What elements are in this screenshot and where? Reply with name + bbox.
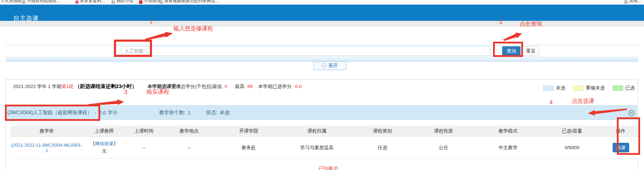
col-header: 教学班: [11, 128, 83, 134]
course-group-bar: (JWCX004)人工智能（超星网络课程） - 2.0 学分 教学班个数: 1 …: [6, 105, 638, 120]
requirement-mid: 总学分(不包括)最低: [181, 84, 222, 89]
legend-retake-label: 重修未选: [586, 85, 605, 91]
annotation-label: 点击选课: [572, 98, 594, 105]
annotation-rect-select: [617, 117, 640, 155]
col-header: 上课时间: [126, 128, 162, 134]
legend-selected-swatch: [613, 86, 623, 91]
teach-mode-cell: 中文教学: [474, 145, 542, 151]
course-nature-cell: 公任: [413, 145, 474, 151]
bookmark-item[interactable]: 观看视频最新消息列表网址…: [164, 0, 219, 4]
annotation-rect-course: [5, 105, 100, 121]
legend-selected-label: 已选: [625, 85, 635, 91]
col-header: 开课学院: [216, 128, 281, 134]
legend-retake-swatch: [573, 86, 584, 91]
bookmark-item[interactable]: 精彩小说: [116, 0, 133, 4]
col-header: 教学模式: [474, 128, 542, 134]
bookmark-favicon-icon: [159, 0, 163, 4]
bookmark-item[interactable]: 拼多多返利…: [80, 0, 105, 4]
round-text: 第1轮: [61, 84, 74, 89]
legend-unselected-swatch: [543, 86, 554, 91]
annotation-rect-query: [493, 42, 523, 57]
bookmark-favicon-icon: [75, 0, 79, 4]
end-of-list-text: 已到最后: [318, 166, 338, 170]
annotation-step-number: 2: [499, 19, 503, 25]
min-credit: 0: [225, 84, 227, 89]
teacher-name: 无: [83, 148, 126, 155]
class-place-cell: --: [162, 145, 216, 150]
course-credit-unit: 学分: [108, 110, 118, 116]
class-code-link[interactable]: (2021-2022-1)-JWCX004-WL0001-1: [11, 142, 82, 153]
expand-label: 展开: [328, 63, 338, 69]
class-count-value: 1: [188, 110, 190, 116]
course-search-input[interactable]: [121, 46, 491, 56]
legend-unselected-label: 未选: [556, 85, 565, 91]
selected-credit: 0.0: [295, 84, 302, 89]
course-selection-page: { "browser": { "bookmarks": [ {"label": …: [0, 0, 644, 170]
annotation-step-number: 1: [150, 18, 153, 25]
term-text: 2021-2022 学年 1 学期: [13, 84, 61, 89]
annotation-step-number: 3: [124, 89, 127, 95]
bookmark-favicon-icon: [111, 0, 115, 4]
chevron-down-circle-icon: [322, 63, 327, 68]
reset-button[interactable]: 重置: [523, 46, 539, 56]
col-header: 课程性质: [413, 128, 474, 134]
bookmark-favicon-icon: [22, 0, 25, 4]
bookmark-favicon-icon: [139, 0, 142, 4]
col-header: 上课教师: [83, 128, 126, 134]
col-header: 已选/容量: [542, 128, 602, 134]
col-header: 课程归属: [281, 128, 352, 134]
selected-credit-label: 本学期已选学分: [258, 84, 292, 89]
class-count-label: 教学班个数:: [159, 110, 186, 116]
teach-mode-tag: 【网络授课】: [83, 140, 126, 147]
bookmark-item[interactable]: 小说阅读: [144, 0, 161, 4]
table-header-row: 教学班 上课教师 上课时间 教学地点 开课学院 课程归属 课程类别 课程性质 教…: [11, 126, 639, 137]
status-legend: 未选 重修未选 已选: [543, 85, 635, 91]
col-header: 教学地点: [162, 128, 216, 134]
annotation-label: 输入想选修课程: [174, 25, 213, 33]
bookmark-item[interactable]: 其他…: [629, 0, 642, 4]
max-credit-label: 最高: [235, 84, 244, 89]
deadline-text: （距选课结束还剩23小时）: [75, 83, 137, 89]
annotation-label: 核实课程: [147, 88, 169, 96]
course-belong-cell: 学习与素质提高: [281, 145, 352, 151]
col-header: 课程类别: [352, 128, 413, 134]
course-status-label: 状态:: [206, 110, 217, 116]
app-header: 自主选课: [0, 5, 644, 21]
collapse-chevron-up-icon[interactable]: [628, 110, 635, 116]
annotation-rect-input: [114, 40, 152, 57]
results-panel: 2021-2022 学年 1 学期第1轮 （距选课结束还剩23小时）本学期选课要…: [5, 79, 638, 170]
capacity-cell: 0/5000: [542, 145, 602, 150]
expand-strip: [5, 56, 638, 61]
other-bookmarks-icon: [624, 0, 628, 4]
table-row: (2021-2022-1)-JWCX004-WL0001-1 【网络授课】 无 …: [11, 137, 639, 159]
class-time-cell: --: [126, 145, 162, 150]
bookmark-item[interactable]: 天猫自动临期品…: [27, 0, 61, 4]
annotation-step-number: 4: [549, 99, 553, 106]
course-status-value: 未选: [220, 110, 230, 116]
course-category-cell: 任选: [352, 145, 413, 151]
annotation-arrow-1: [145, 32, 173, 40]
expand-toggle[interactable]: 展开: [313, 61, 346, 70]
max-credit: 99: [247, 84, 253, 89]
college-cell: 教务处: [216, 145, 281, 151]
browser-bookmarks-bar: 大礼包领取… 天猫自动临期品… 拼多多返利… 精彩小说 小说阅读 观看视频最新消…: [0, 0, 644, 5]
class-table: 教学班 上课教师 上课时间 教学地点 开课学院 课程归属 课程类别 课程性质 教…: [11, 126, 639, 159]
header-sub-strip: [0, 21, 644, 27]
annotation-label: 点击查询: [520, 20, 542, 28]
annotation-arrow-2: [503, 33, 522, 41]
